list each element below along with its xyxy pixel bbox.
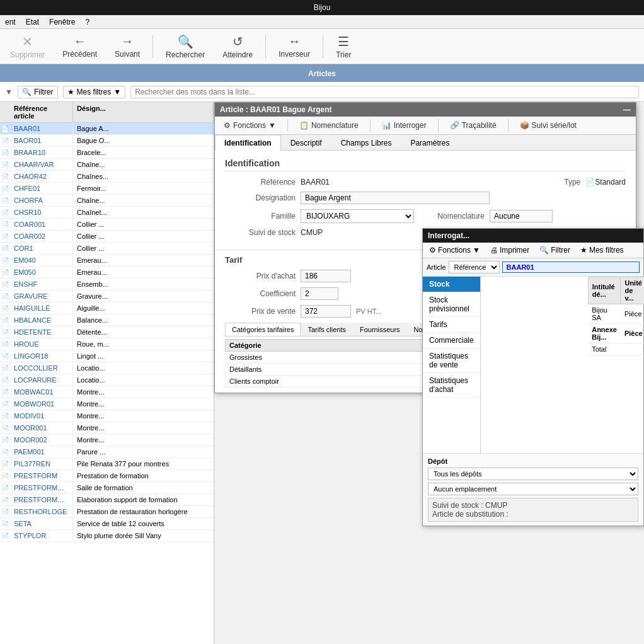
interro-result-area: Intitulé dé... Unité de v... Bijou SA Pi… — [588, 277, 644, 453]
toolbar-separator-1 — [152, 35, 153, 58]
menu-list-item[interactable]: Commerciale — [423, 333, 480, 348]
list-item[interactable]: 📄 LOCCOLLIER Locatio... — [0, 362, 214, 374]
list-item[interactable]: 📄 MOOR001 Montre... — [0, 422, 214, 434]
interro-mesfiltres-button[interactable]: ★ Mes filtres — [578, 244, 626, 256]
emplacement-select[interactable]: Aucun emplacement — [428, 483, 638, 495]
famille-select[interactable]: BIJOUXARG — [301, 209, 414, 223]
article-ref: LOCPARURE — [10, 374, 73, 386]
article-desig: Locatio... — [73, 362, 214, 374]
interro-filtrer-button[interactable]: 🔍 Filtrer — [537, 244, 573, 256]
list-item[interactable]: 📄 CHAAR/VAR Chaîne... — [0, 159, 214, 171]
search-input[interactable] — [130, 86, 639, 98]
list-item[interactable]: 📄 BAAR01 Bague A... — [0, 123, 214, 135]
list-item[interactable]: 📄 MOOR002 Montre... — [0, 434, 214, 446]
list-item[interactable]: 📄 HBALANCE Balance... — [0, 314, 214, 326]
list-item[interactable]: 📄 MOBWOR01 Montre... — [0, 398, 214, 410]
list-item[interactable]: 📄 CHAOR42 Chaînes... — [0, 171, 214, 183]
article-desig: Gravure... — [73, 290, 214, 302]
article-ref: CHORFA — [10, 195, 73, 206]
article-ref: EM050 — [10, 267, 73, 278]
list-item[interactable]: 📄 SETA Service de table 12 couverts — [0, 518, 214, 530]
article-ref: ENSHF — [10, 279, 73, 290]
interrogation-window: Interrogat... ⚙ Fonctions ▼ 🖨 Imprimer 🔍… — [422, 228, 644, 526]
atteindre-button[interactable]: ↺ Atteindre — [217, 32, 258, 62]
list-item[interactable]: 📄 MOBWAC01 Montre... — [0, 386, 214, 398]
list-item[interactable]: 📄 BAOR01 Bague O... — [0, 135, 214, 147]
nomenclature-button[interactable]: 📋 Nomenclature — [296, 120, 362, 131]
cat-tab-fournisseurs[interactable]: Fournisseurs — [353, 323, 407, 336]
list-item[interactable]: 📄 LINGOR18 Lingot ... — [0, 350, 214, 362]
list-item[interactable]: 📄 HAIGUILLE Aiguille... — [0, 302, 214, 314]
result-intitule: Total — [588, 343, 621, 355]
tab-identification[interactable]: Identification — [215, 135, 281, 151]
depot-select[interactable]: Tous les dépôts — [428, 468, 638, 480]
list-item[interactable]: 📄 BRAAR10 Bracele... — [0, 147, 214, 159]
list-item[interactable]: 📄 HROUE Roue, m... — [0, 338, 214, 350]
menu-ent[interactable]: ent — [3, 16, 18, 28]
interro-fonctions-button[interactable]: ⚙ Fonctions ▼ — [427, 244, 483, 256]
article-desig: Chaînet... — [73, 207, 214, 218]
list-item[interactable]: 📄 EM050 Emerau... — [0, 267, 214, 279]
list-item[interactable]: 📄 CHFE01 Fermoir... — [0, 183, 214, 195]
list-item[interactable]: 📄 PRESTFORM Prestation de formation — [0, 470, 214, 482]
list-item[interactable]: 📄 EM040 Emerau... — [0, 255, 214, 267]
menu-list-item[interactable]: Stock — [423, 277, 480, 292]
tracabilite-button[interactable]: 🔗 Traçabilité — [446, 120, 500, 131]
interroger-button[interactable]: 📊 Interroger — [378, 120, 430, 131]
list-item[interactable]: 📄 RESTHORLOGE Prestation de restauration… — [0, 506, 214, 518]
rechercher-button[interactable]: 🔍 Rechercher — [161, 32, 210, 62]
list-item[interactable]: 📄 COAR002 Collier ... — [0, 231, 214, 243]
supprimer-button[interactable]: ✕ Supprimer — [5, 32, 50, 62]
interro-title: Interrogat... — [428, 231, 469, 240]
menu-list-item[interactable]: Statistiques de vente — [423, 348, 480, 373]
list-item[interactable]: 📄 PIL377REN Pile Renata 377 pour montres — [0, 458, 214, 470]
tab-champs-libres[interactable]: Champs Libres — [331, 135, 401, 151]
precedent-button[interactable]: ← Précédent — [57, 32, 102, 61]
tab-descriptif[interactable]: Descriptif — [281, 135, 331, 151]
nomenclature-input[interactable] — [490, 210, 553, 222]
list-item[interactable]: 📄 ENSHF Ensemb... — [0, 279, 214, 290]
reference-select[interactable]: Référence — [449, 261, 500, 273]
prix-achat-input[interactable] — [301, 270, 351, 282]
menu-help[interactable]: ? — [83, 16, 92, 28]
article-window-close[interactable]: — — [623, 105, 631, 114]
inverseur-button[interactable]: ↔ Inverseur — [273, 32, 315, 61]
tab-parametres[interactable]: Paramètres — [401, 135, 459, 151]
list-item[interactable]: 📄 PAEM001 Parure ... — [0, 446, 214, 458]
filter-button[interactable]: 🔍 Filtrer — [18, 86, 58, 98]
trier-button[interactable]: ☰ Trier — [331, 32, 356, 62]
suivi-serie-lot-button[interactable]: 📦 Suivi série/lot — [516, 120, 580, 131]
depot-label: Dépôt — [428, 457, 638, 465]
interro-imprimer-button[interactable]: 🖨 Imprimer — [488, 244, 532, 256]
coefficient-input[interactable] — [301, 287, 338, 300]
cat-tab-tarifaires[interactable]: Catégories tarifaires — [225, 323, 301, 336]
row-icon: 📄 — [0, 398, 10, 410]
article-ref: CHFE01 — [10, 183, 73, 194]
menu-fenetre[interactable]: Fenêtre — [47, 16, 78, 28]
list-item[interactable]: 📄 COAR001 Collier ... — [0, 219, 214, 231]
list-item[interactable]: 📄 GRAVURE Gravure... — [0, 290, 214, 302]
my-filters-button[interactable]: ★ Mes filtres ▼ — [63, 86, 126, 98]
fonctions-button[interactable]: ⚙ Fonctions ▼ — [220, 120, 280, 131]
menu-list-item[interactable]: Statistiques d'achat — [423, 373, 480, 398]
designation-input[interactable] — [301, 192, 490, 204]
list-item[interactable]: 📄 CHSR10 Chaînet... — [0, 207, 214, 219]
list-item[interactable]: 📄 PRESTFORMSUPPORT Elaboration support d… — [0, 494, 214, 506]
menu-list-item[interactable]: Stock prévisionnel — [423, 292, 480, 317]
list-item[interactable]: 📄 STYPLOR Stylo plume dorée Sill Vany — [0, 530, 214, 542]
article-ref: PRESTFORMSUPPORT — [10, 494, 73, 505]
prix-vente-input[interactable] — [301, 305, 351, 318]
menu-list-item[interactable]: Tarifs — [423, 317, 480, 333]
list-item[interactable]: 📄 CHORFA Chaîne... — [0, 195, 214, 207]
menu-etat[interactable]: Etat — [23, 16, 42, 28]
cat-tab-clients[interactable]: Tarifs clients — [301, 323, 353, 336]
article-search-input[interactable] — [502, 262, 640, 273]
list-item[interactable]: 📄 PRESTFORMSALLE Salle de formation — [0, 482, 214, 494]
list-item[interactable]: 📄 HDETENTE Détente... — [0, 326, 214, 338]
suivant-button[interactable]: → Suivant — [110, 32, 145, 61]
list-item[interactable]: 📄 MODIV01 Montre... — [0, 410, 214, 422]
list-item[interactable]: 📄 LOCPARURE Locatio... — [0, 374, 214, 386]
info-box: Suivi de stock : CMUP Article de substit… — [428, 498, 638, 522]
list-item[interactable]: 📄 COR1 Collier ... — [0, 243, 214, 255]
row-icon: 📄 — [0, 243, 10, 254]
